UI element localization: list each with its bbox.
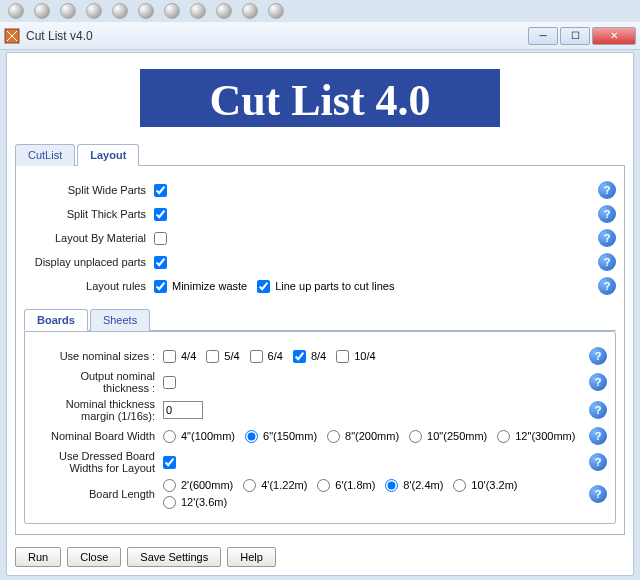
by-material-label: Layout By Material [24,232,154,244]
dressed-checkbox[interactable] [163,456,176,469]
browser-icon [190,3,206,19]
board-width-group: 4"(100mm)6"(150mm)8"(200mm)10"(250mm)12"… [163,430,589,443]
radio-option[interactable] [243,479,256,492]
radio-option[interactable] [317,479,330,492]
help-icon[interactable]: ? [589,401,607,419]
split-thick-checkbox[interactable] [154,208,167,221]
browser-icon [268,3,284,19]
help-icon[interactable]: ? [589,485,607,503]
browser-icon [60,3,76,19]
option-label: 10"(250mm) [427,430,487,442]
titlebar: Cut List v4.0 ─ ☐ ✕ [0,22,640,50]
split-wide-checkbox[interactable] [154,184,167,197]
option-label: 4'(1.22m) [261,479,307,491]
radio-option[interactable] [453,479,466,492]
option-label: 6/4 [268,350,283,362]
minimize-button[interactable]: ─ [528,27,558,45]
checkbox-option[interactable] [336,350,349,363]
option-label: 2'(600mm) [181,479,233,491]
dressed-label: Use Dressed Board Widths for Layout [33,450,163,474]
checkbox-option[interactable] [163,350,176,363]
tab-boards[interactable]: Boards [24,309,88,331]
minimize-waste-checkbox[interactable] [154,280,167,293]
minimize-waste-label: Minimize waste [172,280,247,292]
save-settings-button[interactable]: Save Settings [127,547,221,567]
output-nominal-label: Output nominal thickness : [33,370,163,394]
radio-option[interactable] [245,430,258,443]
help-button[interactable]: Help [227,547,276,567]
tab-cutlist[interactable]: CutList [15,144,75,166]
checkbox-option[interactable] [250,350,263,363]
option-label: 6"(150mm) [263,430,317,442]
board-length-label: Board Length [33,488,163,500]
browser-icon [34,3,50,19]
checkbox-option[interactable] [293,350,306,363]
option-label: 12'(3.6m) [181,496,227,508]
radio-option[interactable] [163,430,176,443]
layout-panel: Split Wide Parts ? Split Thick Parts ? L… [15,166,625,535]
option-label: 10'(3.2m) [471,479,517,491]
nominal-sizes-group: 4/45/46/48/410/4 [163,350,589,363]
option-label: 10/4 [354,350,375,362]
browser-icon [164,3,180,19]
lineup-label: Line up parts to cut lines [275,280,394,292]
split-wide-label: Split Wide Parts [24,184,154,196]
help-icon[interactable]: ? [589,373,607,391]
svg-text:Cut List 4.0: Cut List 4.0 [209,76,430,125]
main-window: Cut List 4.0 CutList Layout Split Wide P… [6,52,634,576]
window-title: Cut List v4.0 [26,29,528,43]
option-label: 8"(200mm) [345,430,399,442]
board-width-label: Nominal Board Width [33,430,163,442]
browser-icon [86,3,102,19]
browser-icon [242,3,258,19]
help-icon[interactable]: ? [598,229,616,247]
display-unplaced-checkbox[interactable] [154,256,167,269]
close-window-button[interactable]: ✕ [592,27,636,45]
nominal-sizes-label: Use nominal sizes : [33,350,163,362]
help-icon[interactable]: ? [598,205,616,223]
app-logo: Cut List 4.0 [140,61,500,135]
boards-panel: Use nominal sizes : 4/45/46/48/410/4 ? O… [24,331,616,524]
tab-layout[interactable]: Layout [77,144,139,166]
radio-option[interactable] [327,430,340,443]
browser-toolbar [0,0,640,22]
help-icon[interactable]: ? [589,347,607,365]
radio-option[interactable] [163,479,176,492]
app-icon [4,28,20,44]
radio-option[interactable] [497,430,510,443]
maximize-button[interactable]: ☐ [560,27,590,45]
display-unplaced-label: Display unplaced parts [24,256,154,268]
layout-rules-label: Layout rules [24,280,154,292]
split-thick-label: Split Thick Parts [24,208,154,220]
tab-sheets[interactable]: Sheets [90,309,150,331]
radio-option[interactable] [163,496,176,509]
board-length-group: 2'(600mm)4'(1.22m)6'(1.8m)8'(2.4m)10'(3.… [163,479,589,509]
help-icon[interactable]: ? [598,181,616,199]
browser-icon [8,3,24,19]
margin-input[interactable] [163,401,203,419]
checkbox-option[interactable] [206,350,219,363]
help-icon[interactable]: ? [589,427,607,445]
help-icon[interactable]: ? [598,277,616,295]
browser-icon [112,3,128,19]
button-bar: Run Close Save Settings Help [15,547,276,567]
output-nominal-checkbox[interactable] [163,376,176,389]
option-label: 8/4 [311,350,326,362]
option-label: 4"(100mm) [181,430,235,442]
lineup-checkbox[interactable] [257,280,270,293]
help-icon[interactable]: ? [589,453,607,471]
option-label: 5/4 [224,350,239,362]
close-button[interactable]: Close [67,547,121,567]
option-label: 4/4 [181,350,196,362]
by-material-checkbox[interactable] [154,232,167,245]
sub-tabs: Boards Sheets [24,308,616,331]
run-button[interactable]: Run [15,547,61,567]
option-label: 12"(300mm) [515,430,575,442]
margin-label: Nominal thickness margin (1/16s): [33,398,163,422]
help-icon[interactable]: ? [598,253,616,271]
option-label: 8'(2.4m) [403,479,443,491]
radio-option[interactable] [385,479,398,492]
option-label: 6'(1.8m) [335,479,375,491]
radio-option[interactable] [409,430,422,443]
main-tabs: CutList Layout [15,143,625,166]
